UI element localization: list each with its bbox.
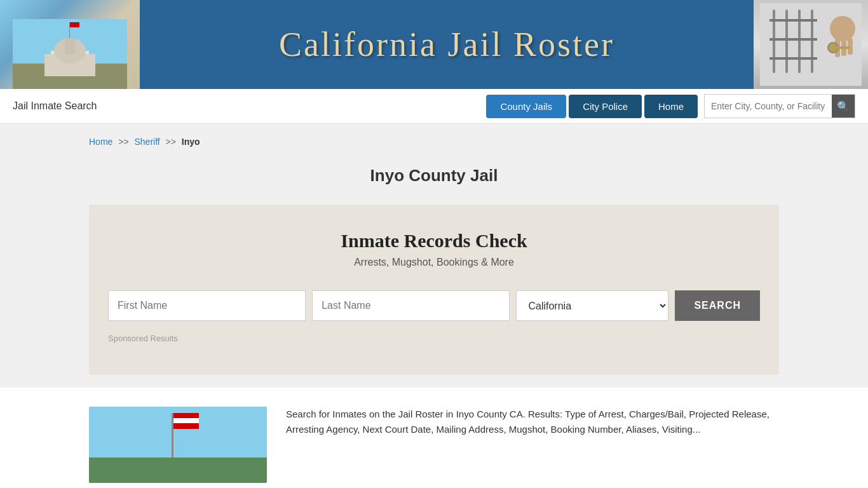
svg-rect-13 [770, 19, 817, 22]
breadcrumb-home[interactable]: Home [89, 137, 112, 147]
bottom-section: Search for Inmates on the Jail Roster in… [0, 388, 868, 488]
breadcrumb: Home >> Sheriff >> Inyo [0, 124, 868, 159]
last-name-input[interactable] [312, 290, 510, 321]
search-card: Inmate Records Check Arrests, Mugshot, B… [89, 205, 779, 375]
svg-point-16 [830, 16, 855, 41]
nav-buttons: County Jails City Police Home [486, 95, 698, 118]
records-check-title: Inmate Records Check [108, 230, 760, 252]
page-title: Inyo County Jail [0, 166, 868, 186]
breadcrumb-current: Inyo [182, 137, 200, 147]
city-police-button[interactable]: City Police [569, 95, 642, 118]
site-banner: California Jail Roster [0, 0, 868, 89]
breadcrumb-sep2: >> [166, 137, 176, 147]
nav-search-wrap: 🔍 [704, 94, 855, 118]
svg-rect-6 [69, 22, 70, 38]
nav-search-button[interactable]: 🔍 [832, 95, 855, 118]
svg-rect-24 [172, 413, 173, 458]
home-button[interactable]: Home [644, 95, 698, 118]
state-select[interactable]: AlabamaAlaskaArizonaArkansasCaliforniaCo… [516, 290, 668, 321]
first-name-input[interactable] [108, 290, 306, 321]
nav-search-input[interactable] [705, 95, 832, 118]
breadcrumb-sep1: >> [118, 137, 128, 147]
sponsored-label: Sponsored Results [108, 334, 760, 343]
page-title-wrap: Inyo County Jail [0, 159, 868, 205]
svg-rect-15 [770, 57, 817, 60]
site-title: California Jail Roster [279, 25, 614, 64]
svg-rect-28 [173, 423, 199, 428]
bottom-image [89, 407, 267, 483]
svg-rect-14 [770, 38, 817, 41]
svg-rect-5 [65, 38, 75, 54]
records-check-subtitle: Arrests, Mugshot, Bookings & More [108, 257, 760, 268]
search-button[interactable]: SEARCH [675, 290, 760, 321]
svg-rect-7 [70, 22, 79, 27]
svg-point-20 [828, 43, 838, 53]
svg-rect-21 [837, 46, 850, 49]
banner-left-image [0, 0, 140, 89]
svg-rect-23 [89, 458, 267, 483]
navbar: Jail Inmate Search County Jails City Pol… [0, 89, 868, 124]
banner-right-image [754, 0, 868, 89]
search-icon: 🔍 [837, 100, 850, 112]
county-jails-button[interactable]: County Jails [486, 95, 566, 118]
bottom-description: Search for Inmates on the Jail Roster in… [286, 407, 779, 483]
breadcrumb-sheriff[interactable]: Sheriff [135, 137, 160, 147]
nav-brand: Jail Inmate Search [13, 100, 486, 112]
banner-center: California Jail Roster [140, 25, 754, 64]
svg-rect-26 [173, 413, 199, 418]
search-form: AlabamaAlaskaArizonaArkansasCaliforniaCo… [108, 290, 760, 321]
svg-rect-27 [173, 418, 199, 423]
